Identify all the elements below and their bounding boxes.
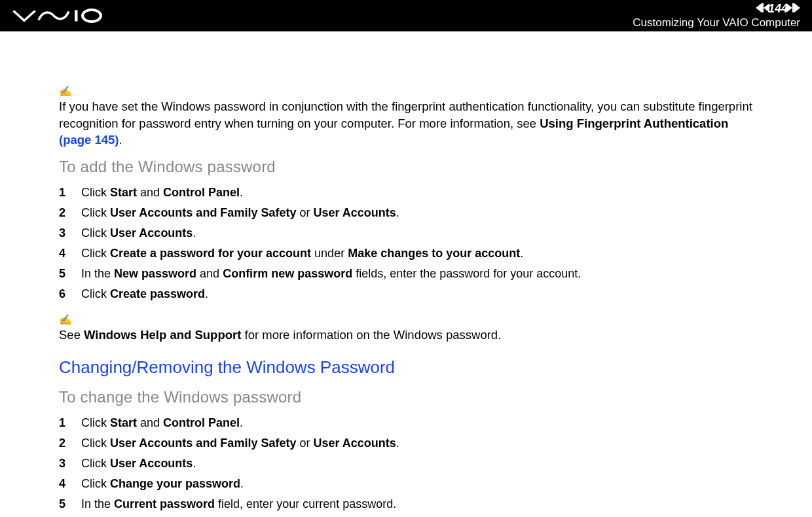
step-text: Click User Accounts and Family Safety or… (81, 204, 399, 222)
step-number: 1 (59, 184, 68, 202)
step-text: Click Create password. (81, 285, 208, 303)
step-number: 2 (59, 435, 68, 452)
note-text-1: If you have set the Windows password in … (59, 98, 753, 149)
step-text: Click Start and Control Panel. (81, 414, 243, 432)
step-number: 3 (59, 455, 68, 472)
note-help-support: ✍ See Windows Help and Support for more … (59, 312, 753, 344)
step-number: 5 (59, 495, 68, 513)
step-item: 2Click User Accounts and Family Safety o… (59, 435, 753, 452)
step-item: 5In the New password and Confirm new pas… (59, 265, 753, 283)
step-text: Click User Accounts. (81, 224, 196, 242)
page-header: 144 Customizing Your VAIO Computer (0, 0, 812, 31)
heading-add-password: To add the Windows password (59, 155, 753, 179)
step-text: Click Start and Control Panel. (81, 184, 243, 202)
step-text: Click Create a password for your account… (81, 245, 523, 262)
svg-rect-7 (792, 3, 794, 12)
step-item: 1Click Start and Control Panel. (59, 414, 753, 432)
note-text-2: See Windows Help and Support for more in… (59, 327, 753, 344)
step-item: 2Click User Accounts and Family Safety o… (59, 204, 753, 222)
header-right: 144 Customizing Your VAIO Computer (629, 2, 800, 29)
step-item: 4Click Change your password. (59, 475, 753, 493)
vaio-logo (12, 6, 103, 26)
heading-changing-removing: Changing/Removing the Windows Password (59, 355, 753, 380)
step-text: In the New password and Confirm new pass… (81, 265, 581, 283)
step-number: 4 (59, 245, 68, 262)
step-item: 3Click User Accounts. (59, 224, 753, 242)
step-item: 4Click Create a password for your accoun… (59, 245, 753, 262)
step-number: 5 (59, 265, 68, 283)
step-item: 3Click User Accounts. (59, 455, 753, 472)
breadcrumb-section: Customizing Your VAIO Computer (633, 16, 800, 29)
note-icon: ✍ (59, 312, 753, 328)
note-fingerprint: ✍ If you have set the Windows password i… (59, 84, 753, 149)
step-number: 3 (59, 224, 68, 242)
step-number: 2 (59, 204, 68, 222)
note-icon: ✍ (59, 84, 753, 99)
step-text: Click Change your password. (81, 475, 244, 493)
step-item: 6Click Create password. (59, 285, 753, 303)
svg-marker-6 (794, 3, 800, 12)
step-number: 4 (59, 475, 68, 493)
svg-marker-5 (786, 3, 792, 12)
nav-next-handle-icon[interactable] (792, 3, 800, 16)
step-item: 1Click Start and Control Panel. (59, 184, 753, 202)
step-text: Click User Accounts. (81, 455, 196, 472)
step-number: 6 (59, 285, 68, 303)
step-text: Click User Accounts and Family Safety or… (81, 435, 399, 452)
page-number: 144 (768, 2, 788, 16)
step-number: 1 (59, 414, 68, 432)
svg-point-1 (83, 10, 101, 22)
step-text: In the Current password field, enter you… (81, 495, 396, 513)
svg-rect-0 (75, 10, 78, 22)
svg-marker-3 (756, 3, 762, 12)
heading-change-password: To change the Windows password (59, 385, 753, 409)
step-item: 5In the Current password field, enter yo… (59, 495, 753, 513)
steps-add-password: 1Click Start and Control Panel.2Click Us… (59, 184, 753, 303)
steps-change-password: 1Click Start and Control Panel.2Click Us… (59, 414, 753, 517)
page-content: ✍ If you have set the Windows password i… (0, 31, 812, 517)
